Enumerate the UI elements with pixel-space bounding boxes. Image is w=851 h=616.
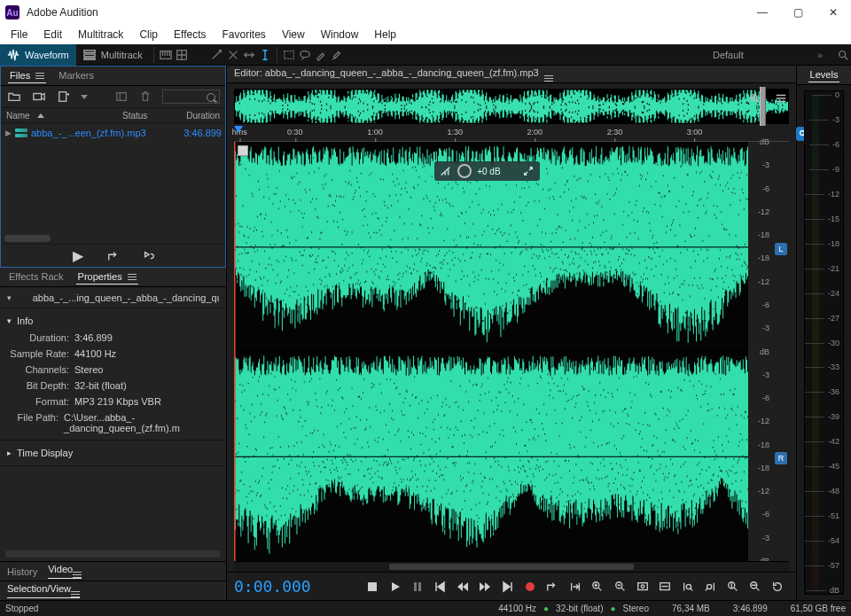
effects-rack-tab[interactable]: Effects Rack (7, 269, 66, 285)
svg-rect-5 (285, 51, 294, 58)
go-start-button[interactable] (431, 577, 449, 597)
forward-button[interactable] (476, 577, 495, 597)
levels-meter[interactable]: 0-3-6-9-12-15-18-21-24-27-30-33-36-39-42… (804, 90, 844, 595)
menu-favorites[interactable]: Favorites (215, 26, 273, 43)
menu-view[interactable]: View (275, 26, 312, 43)
column-duration[interactable]: Duration (172, 111, 220, 121)
tool-brush-icon[interactable] (313, 47, 329, 63)
file-name: abba_-_...een_(zf.fm).mp3 (31, 128, 170, 138)
zoom-out-icon[interactable] (611, 577, 629, 597)
zoom-out-point-icon[interactable] (700, 577, 719, 597)
record-file-icon[interactable] (31, 89, 47, 105)
properties-tab[interactable]: Properties (76, 269, 138, 285)
zoom-full-icon[interactable] (633, 577, 652, 597)
tool-lasso-icon[interactable] (297, 47, 313, 63)
tool-move-icon[interactable] (209, 47, 225, 63)
tool-time-select-icon[interactable] (257, 47, 273, 63)
go-end-button[interactable] (498, 577, 517, 597)
info-value: Stereo (74, 364, 103, 375)
tool-heal-icon[interactable] (329, 47, 345, 63)
open-file-icon[interactable] (6, 89, 22, 105)
zoom-vert-out-icon[interactable] (746, 577, 764, 597)
menu-help[interactable]: Help (367, 26, 403, 43)
mode-waveform-tab[interactable]: Waveform (0, 44, 76, 66)
timeline-ruler[interactable]: hms 📍 0:301:001:302:002:303:00 (234, 128, 789, 142)
expand-icon[interactable]: ▶ (4, 129, 12, 137)
zoom-reset-icon[interactable] (769, 577, 787, 597)
new-file-icon[interactable] (56, 89, 72, 105)
menu-window[interactable]: Window (314, 26, 366, 43)
menu-clip[interactable]: Clip (132, 26, 165, 43)
window-close[interactable]: ✕ (816, 0, 851, 25)
tool-marquee-icon[interactable] (281, 47, 297, 63)
menu-effects[interactable]: Effects (167, 26, 213, 43)
volume-icon (440, 165, 452, 177)
workspace-dropdown[interactable]: Default (706, 47, 812, 63)
chevron-down-icon[interactable] (81, 95, 88, 99)
overview-waveform[interactable] (234, 89, 789, 124)
list-view-icon[interactable] (773, 90, 789, 106)
files-search-input[interactable] (162, 90, 220, 104)
playhead-icon[interactable] (234, 126, 243, 133)
workspace-more-icon[interactable]: » (812, 47, 828, 63)
editor-file-tab[interactable]: Editor: abba_-_dancing_queen_-_abba_-_da… (234, 67, 553, 82)
toolbar-spectral-icon[interactable] (174, 47, 190, 63)
files-tab[interactable]: Files (8, 68, 46, 83)
audio-file-icon (17, 293, 27, 302)
expand-icon[interactable] (522, 165, 535, 177)
channel-right-badge[interactable]: R (775, 452, 787, 464)
menu-file[interactable]: File (4, 26, 35, 43)
preview-loop-icon[interactable] (103, 248, 124, 264)
menu-multitrack[interactable]: Multitrack (71, 26, 130, 43)
column-name[interactable]: Name (6, 111, 115, 121)
mode-multitrack-tab[interactable]: Multitrack (76, 44, 150, 66)
play-button[interactable] (386, 577, 404, 597)
zoom-vert-in-icon[interactable] (723, 577, 742, 597)
rewind-button[interactable] (453, 577, 472, 597)
search-help-icon[interactable] (835, 47, 851, 63)
pause-button[interactable] (408, 577, 426, 597)
tool-razor-icon[interactable] (225, 47, 241, 63)
channel-left-badge[interactable]: L (775, 243, 787, 255)
record-button[interactable] (520, 577, 539, 597)
status-dot-icon: ● (543, 604, 549, 613)
delete-file-icon[interactable] (138, 89, 154, 105)
levels-tab[interactable]: Levels (808, 67, 840, 82)
column-status[interactable]: Status (122, 111, 165, 121)
chevron-down-icon[interactable]: ▾ (7, 293, 12, 302)
hud-overlay[interactable]: +0 dB (434, 161, 539, 181)
status-dot-icon: ● (610, 604, 615, 613)
markers-tab[interactable]: Markers (57, 68, 96, 83)
waveform-display[interactable]: +0 dB (234, 142, 748, 561)
corner-handle[interactable] (238, 145, 248, 156)
zoom-in-icon[interactable] (589, 577, 607, 597)
history-tab[interactable]: History (7, 566, 37, 577)
selection-view-tab[interactable]: Selection/View (7, 583, 80, 598)
preview-autoplay-icon[interactable] (138, 248, 160, 264)
zoom-in-point-icon[interactable] (678, 577, 697, 597)
files-hscroll[interactable] (4, 235, 51, 242)
toolbar-piano-icon[interactable] (158, 47, 174, 63)
skip-selection-button[interactable] (566, 577, 584, 597)
sort-asc-icon (37, 113, 44, 118)
info-section-header[interactable]: ▾Info (7, 312, 219, 330)
zoom-selection-icon[interactable] (656, 577, 675, 597)
editor-hscroll[interactable] (234, 561, 789, 572)
stop-button[interactable] (363, 577, 382, 597)
preview-play-icon[interactable]: ▶ (67, 248, 89, 264)
tool-slip-icon[interactable] (241, 47, 257, 63)
menu-edit[interactable]: Edit (36, 26, 69, 43)
window-maximize[interactable]: ▢ (780, 0, 816, 25)
hamburger-icon (544, 75, 553, 82)
properties-hscroll[interactable] (5, 550, 221, 558)
time-display-section-header[interactable]: ▸Time Display (7, 444, 219, 462)
hamburger-icon (35, 73, 44, 79)
insert-clip-icon[interactable] (113, 89, 129, 105)
window-minimize[interactable]: — (745, 0, 780, 25)
timecode-display[interactable]: 0:00.000 (234, 577, 311, 596)
gain-knob-icon[interactable] (457, 164, 472, 178)
loop-button[interactable] (543, 577, 562, 597)
video-tab[interactable]: Video (48, 564, 82, 579)
file-row[interactable]: ▶ abba_-_...een_(zf.fm).mp3 3:46.899 (4, 125, 222, 141)
zoom-nav-icon[interactable] (746, 90, 762, 106)
